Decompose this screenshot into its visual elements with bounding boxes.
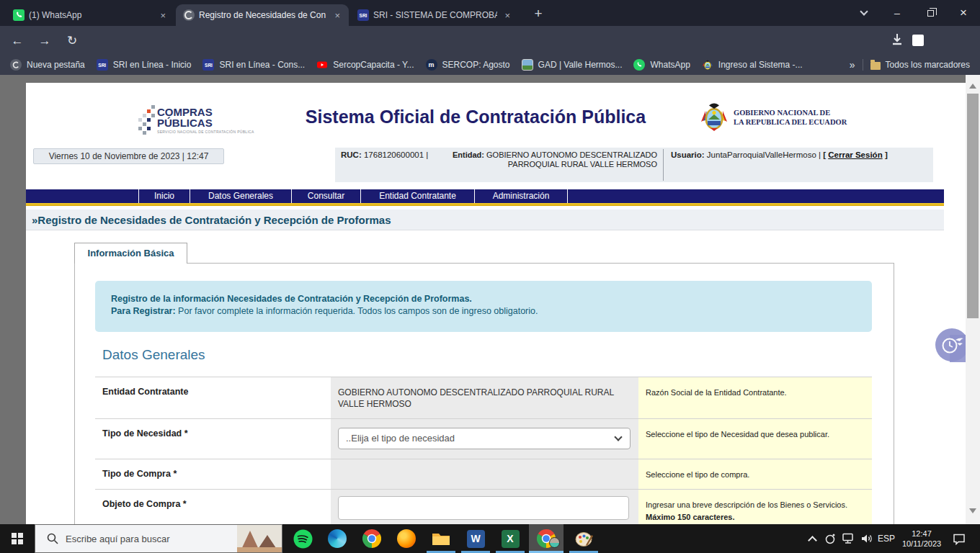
tab-informacion-basica[interactable]: Información Básica [74, 243, 187, 264]
taskbar-file-explorer[interactable] [424, 524, 458, 553]
tray-show-hidden-icons[interactable] [801, 524, 823, 553]
hint-line2: Máximo 150 caracteres. [646, 511, 862, 523]
gold-divider [26, 203, 944, 206]
action-center-button[interactable] [948, 524, 970, 553]
logo-tagline: SERVICIO NACIONAL DE CONTRATACIÓN PÚBLIC… [157, 130, 254, 134]
windows-taskbar: W X [0, 524, 980, 553]
form-row-objeto-compra: Objeto de Compra * Ingresar una breve de… [95, 489, 872, 524]
tab-sri[interactable]: SRI SRI - SISTEMA DE COMPROBANT × [350, 4, 519, 26]
page-viewport: COMPRAS PÚBLICAS SERVICIO NACIONAL DE CO… [0, 75, 966, 524]
restore-button[interactable] [914, 0, 947, 26]
whatsapp-favicon-icon [13, 9, 24, 21]
forward-button[interactable]: → [35, 31, 55, 51]
tray-volume-icon[interactable] [858, 524, 876, 553]
gov-line2: LA REPUBLICA DEL ECUADOR [734, 117, 847, 127]
bookmark-sercopcapacita[interactable]: SercopCapacita - Y... [316, 59, 414, 71]
firefox-icon [397, 529, 416, 548]
tray-language[interactable]: ESP [875, 524, 898, 553]
government-logo: GOBIERNO NACIONAL DE LA REPUBLICA DEL EC… [700, 102, 847, 132]
chevron-down-icon [614, 433, 622, 441]
screen: (1) WhatsApp × Registro de Necesidades d… [0, 0, 980, 553]
field-hint: Seleccione el tipo de Necesidad que dese… [638, 419, 872, 459]
bookmark-sri-inicio[interactable]: SRI SRI en Línea - Inicio [97, 59, 192, 71]
bookmarks-overflow-button[interactable]: » [850, 59, 855, 71]
taskbar-chrome[interactable] [355, 524, 389, 553]
taskbar-chrome-active[interactable] [529, 524, 564, 553]
excel-icon: X [502, 530, 520, 548]
logo-pixels [143, 122, 146, 126]
bookmark-gad-valle-hermoso[interactable]: GAD | Valle Hermos... [522, 59, 623, 71]
bookmark-whatsapp[interactable]: WhatsApp [633, 59, 690, 71]
notice-line2-text: Por favor complete la información requer… [178, 306, 538, 316]
search-highlight-image[interactable] [237, 525, 282, 552]
user-label: Usuario: [671, 150, 705, 159]
time-widget-button[interactable] [935, 328, 966, 361]
field-label: Tipo de Compra * [95, 459, 331, 489]
main-menu: Inicio Datos Generales Consultar Entidad… [26, 189, 944, 203]
ethernet-icon [842, 533, 855, 544]
tab-search-button[interactable] [847, 0, 881, 26]
menu-item-administracion[interactable]: Administración [474, 189, 568, 203]
downloads-button[interactable] [889, 32, 905, 50]
taskbar-firefox[interactable] [389, 524, 424, 553]
side-panel-button[interactable] [912, 35, 924, 46]
menu-item-inicio[interactable]: Inicio [138, 189, 190, 203]
tab-close-icon[interactable]: × [331, 10, 343, 21]
taskbar-spotify[interactable] [285, 524, 320, 553]
chrome-icon [362, 529, 381, 548]
menu-item-entidad-contratante[interactable]: Entidad Contratante [360, 189, 474, 203]
tray-date: 10/11/2023 [902, 539, 941, 549]
tab-whatsapp[interactable]: (1) WhatsApp × [6, 4, 174, 26]
reload-button[interactable]: ↻ [62, 31, 82, 51]
field-hint: Razón Social de la Entidad Contratante. [638, 377, 872, 418]
taskbar-edge[interactable] [320, 524, 355, 553]
bookmark-label: WhatsApp [650, 60, 690, 70]
sri-icon: SRI [202, 59, 214, 71]
page-margin-top [0, 75, 966, 83]
taskbar-search[interactable] [35, 524, 282, 553]
scrollbar-thumb[interactable] [967, 94, 979, 318]
tab-registro-active[interactable]: Registro de Necesidades de Con × [176, 4, 349, 26]
bookmark-label: SercopCapacita - Y... [333, 60, 414, 70]
back-button[interactable]: ← [7, 31, 27, 51]
menu-item-consultar[interactable]: Consultar [291, 189, 360, 203]
ecuador-arms-icon [702, 59, 713, 71]
taskbar-excel[interactable]: X [493, 524, 527, 553]
scroll-up-arrow[interactable] [969, 84, 976, 89]
bookmark-sri-consultas[interactable]: SRI SRI en Línea - Cons... [202, 59, 305, 71]
tray-clock[interactable]: 12:47 10/11/2023 [898, 524, 945, 553]
bookmark-label: SRI en Línea - Cons... [219, 60, 305, 70]
menu-item-datos-generales[interactable]: Datos Generales [190, 189, 291, 203]
tray-app-icon[interactable] [821, 524, 839, 553]
bookmark-ingreso-al-sistema[interactable]: Ingreso al Sistema -... [702, 59, 803, 71]
start-button[interactable] [0, 524, 35, 553]
all-bookmarks-button[interactable]: Todos los marcadores [870, 60, 970, 70]
logout-link[interactable]: Cerrar Sesión [828, 150, 882, 159]
taskbar-paint[interactable] [566, 524, 601, 553]
objeto-compra-input[interactable] [338, 496, 629, 520]
page-title: Sistema Oficial de Contratación Pública [245, 107, 706, 127]
bookmark-sercop-agosto[interactable]: m SERCOP: Agosto [426, 59, 510, 71]
tray-network-icon[interactable] [839, 524, 858, 553]
separator: | [819, 150, 821, 159]
scroll-down-arrow[interactable] [969, 508, 976, 513]
search-icon [47, 533, 58, 544]
close-button[interactable]: × [947, 0, 980, 26]
tab-title: SRI - SISTEMA DE COMPROBANT [373, 10, 497, 20]
gad-site-icon [522, 59, 533, 71]
tipo-necesidad-select[interactable]: ..Elija el tipo de necesidad [338, 428, 631, 449]
browser-tabstrip: (1) WhatsApp × Registro de Necesidades d… [0, 0, 980, 26]
word-icon: W [467, 530, 485, 548]
minimize-button[interactable]: – [881, 0, 914, 26]
taskbar-word[interactable]: W [458, 524, 493, 553]
new-tab-button[interactable]: + [529, 5, 548, 24]
page-scrollbar[interactable] [966, 75, 980, 524]
tab-close-icon[interactable]: × [157, 10, 169, 21]
bookmark-nueva-pestana[interactable]: Nueva pestaña [10, 59, 85, 71]
whatsapp-icon [633, 59, 645, 71]
search-input[interactable] [66, 534, 237, 544]
sercop-icon: m [426, 59, 437, 71]
tab-close-icon[interactable]: × [502, 10, 513, 21]
gov-line1: GOBIERNO NACIONAL DE [734, 108, 847, 117]
breadcrumb: »Registro de Necesidades de Contratación… [32, 210, 944, 230]
